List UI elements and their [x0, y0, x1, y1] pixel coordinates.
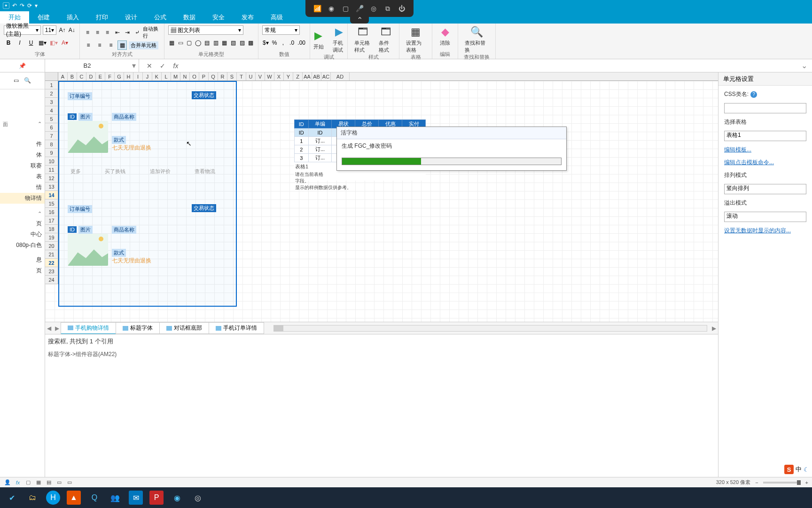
setastable-button[interactable]: ▦设置为表格 [403, 25, 428, 54]
merge-button[interactable]: ▦ [117, 40, 127, 50]
mic-icon[interactable]: 🎤 [355, 4, 364, 13]
condfmt-button[interactable]: 🗔条件格式 [376, 25, 395, 54]
fill-color-button[interactable]: ◧▾ [49, 38, 58, 48]
dec-dec[interactable]: .00 [297, 38, 306, 48]
bold-button[interactable]: B [4, 38, 13, 48]
ct-3[interactable]: ▢ [186, 38, 193, 48]
sheet-tab-2[interactable]: 对话框底部 [159, 322, 209, 334]
wrap-button[interactable]: ⤶ [133, 28, 141, 37]
lp-search-icon[interactable]: 🔍 [24, 77, 31, 85]
zoom-in-icon[interactable]: + [805, 480, 808, 485]
tab-publish[interactable]: 发布 [233, 11, 262, 24]
cellfmt-button[interactable]: 🗔单元格样式 [351, 25, 374, 54]
tb-edge-icon[interactable]: ◉ [170, 491, 184, 505]
ime-sogou-icon[interactable]: S [784, 465, 794, 474]
card1-more[interactable]: 更多 [70, 168, 81, 175]
start-button[interactable]: ▶开始 [309, 29, 328, 50]
italic-button[interactable]: I [15, 38, 24, 48]
font-shrink-icon[interactable]: A↓ [68, 25, 76, 35]
rp-overflow-select[interactable]: 滚动 [724, 212, 806, 222]
help-icon[interactable]: ? [750, 91, 757, 98]
tab-insert[interactable]: 插入 [58, 11, 87, 24]
expand-icon[interactable]: ⌄ [796, 61, 812, 70]
percent-icon[interactable]: % [271, 38, 278, 48]
fx-icon[interactable]: fx [170, 62, 181, 70]
rp-arrange-select[interactable]: 竖向排列 [724, 184, 806, 194]
power-icon[interactable]: ⏻ [398, 4, 406, 13]
align-top-icon[interactable]: ≡ [84, 28, 92, 37]
sb-icon-4[interactable]: ▦ [35, 479, 42, 486]
ct-10[interactable]: ▩ [247, 38, 254, 48]
camera-icon[interactable]: ◎ [369, 4, 378, 13]
underline-button[interactable]: U [26, 38, 36, 48]
celltype-select[interactable]: ▦ 图文列表▾ [168, 25, 243, 35]
font-grow-icon[interactable]: A↑ [58, 25, 66, 35]
row-headers[interactable]: 1234 5678 9101112 13141516 17181920 2122… [45, 81, 58, 284]
dec-inc[interactable]: .0 [289, 38, 296, 48]
lp-item-4[interactable]: 表 [0, 171, 45, 182]
sb-icon-3[interactable]: ▢ [24, 479, 32, 486]
search-item-0[interactable]: 标题字体->组件容器(AM22) [48, 349, 715, 359]
sheet-tab-3[interactable]: 手机订单详情 [209, 322, 264, 334]
ct-9[interactable]: ▨ [239, 38, 246, 48]
prev-sheet-icon[interactable]: ◀ [45, 325, 53, 332]
sb-icon-6[interactable]: ▭ [55, 479, 63, 486]
sheet-tab-0[interactable]: 手机购物详情 [61, 322, 116, 334]
tb-ppt-icon[interactable]: P [149, 491, 164, 505]
tab-print[interactable]: 打印 [87, 11, 117, 24]
sb-icon-1[interactable]: 👤 [4, 479, 11, 486]
card1-act2[interactable]: 追加评价 [150, 168, 171, 175]
tab-data[interactable]: 数据 [175, 11, 204, 24]
comma-icon[interactable]: , [280, 38, 287, 48]
card1-act3[interactable]: 查看物流 [195, 168, 215, 175]
clear-button[interactable]: ◆清除 [436, 25, 454, 47]
lp-item2-0[interactable]: 页 [0, 218, 45, 229]
rp-link-edittpl[interactable]: 编辑模板... [724, 146, 806, 154]
indent-dec-icon[interactable]: ⇤ [113, 28, 121, 37]
lp-item2-2[interactable]: 080p-白色 [0, 240, 45, 251]
ct-2[interactable]: ▭ [177, 38, 184, 48]
mobile-debug-button[interactable]: ▶手机调试 [330, 25, 349, 54]
lp-item-1[interactable]: 件 [0, 139, 45, 150]
lp-item2-1[interactable]: 中心 [0, 229, 45, 240]
lp-hdr-0[interactable]: 面 [3, 121, 8, 128]
lp-tool-1[interactable]: ▭ [14, 77, 21, 85]
tb-app-last-icon[interactable]: ◎ [191, 491, 205, 505]
next-sheet-icon[interactable]: ▶ [53, 325, 61, 332]
currency-icon[interactable]: $▾ [262, 38, 269, 48]
sheet-scrollbar[interactable] [273, 325, 707, 332]
ime-lang[interactable]: 中 [796, 465, 802, 474]
align-center-icon[interactable]: ≡ [95, 40, 104, 50]
align-bot-icon[interactable]: ≡ [103, 28, 111, 37]
rp-table-select[interactable]: 表格1 [724, 131, 806, 141]
font-size-select[interactable]: 11▾ [43, 25, 56, 35]
tab-design[interactable]: 设计 [117, 11, 146, 24]
rp-link-nodata[interactable]: 设置无数据时显示的内容... [724, 227, 806, 235]
pin-icon[interactable]: 📌 [19, 63, 26, 69]
screen-icon[interactable]: ▢ [341, 4, 350, 13]
ct-8[interactable]: ▧ [230, 38, 237, 48]
cancel-icon[interactable]: ✕ [144, 62, 155, 70]
refresh-icon[interactable]: ⟳ [27, 2, 32, 9]
confirm-icon[interactable]: ✓ [157, 62, 168, 70]
align-left-icon[interactable]: ≡ [84, 40, 93, 50]
zoom-slider[interactable] [763, 482, 801, 484]
name-box[interactable]: B2 [45, 62, 129, 69]
tb-app-h-icon[interactable]: H [46, 491, 60, 505]
findreplace-button[interactable]: 🔍查找和替换 [462, 25, 492, 54]
lp-item-2[interactable]: 体 [0, 150, 45, 160]
sb-icon-7[interactable]: ▭ [66, 479, 73, 486]
sb-icon-2[interactable]: fx [14, 479, 22, 486]
redo-icon[interactable]: ↷ [20, 2, 24, 9]
tb-outlook-icon[interactable]: ✉ [129, 491, 143, 505]
grid-area[interactable]: A B C D E F G H I J K L M N O P Q R S T … [45, 72, 718, 492]
lp-item2-3[interactable]: 息 [0, 254, 45, 265]
tb-app-orange-icon[interactable]: ▲ [67, 491, 81, 505]
select-all-corner[interactable] [45, 72, 58, 80]
ct-4[interactable]: ◯ [195, 38, 202, 48]
tb-app-q-icon[interactable]: Q [87, 491, 102, 505]
border-button[interactable]: ▦▾ [38, 38, 47, 48]
indent-inc-icon[interactable]: ⇥ [123, 28, 131, 37]
card1-act1[interactable]: 买了换钱 [105, 168, 125, 175]
lp-item2-4[interactable]: 页 [0, 265, 45, 276]
